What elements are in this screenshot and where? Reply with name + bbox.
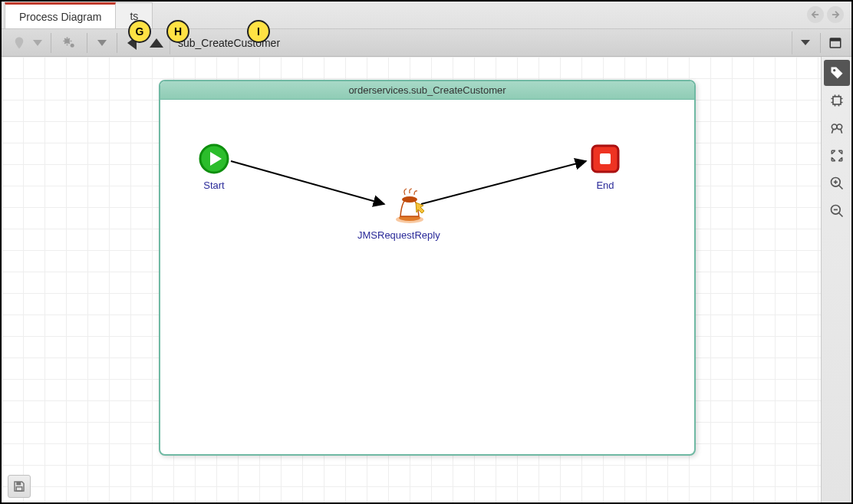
svg-rect-20	[16, 487, 22, 491]
annotation-i: I	[247, 20, 270, 43]
zoom-in-tool[interactable]	[824, 170, 850, 196]
triangle-down-icon	[97, 40, 107, 46]
find-tool[interactable]	[824, 115, 850, 141]
node-start[interactable]: Start	[197, 142, 231, 191]
svg-point-1	[71, 43, 74, 47]
collapse-down-button[interactable]	[91, 31, 114, 54]
canvas-area[interactable]: orderservices.sub_CreateCustomer Start	[2, 57, 821, 502]
save-button[interactable]	[8, 475, 31, 498]
svg-line-4	[231, 161, 384, 204]
tab-process-diagram[interactable]: Process Diagram	[5, 2, 116, 28]
annotation-h: H	[166, 20, 189, 43]
diagram-title: orderservices.sub_CreateCustomer	[160, 81, 694, 100]
triangle-up-icon	[150, 38, 163, 48]
diagram-panel: orderservices.sub_CreateCustomer Start	[159, 80, 696, 456]
svg-point-15	[832, 124, 837, 130]
node-label: End	[588, 180, 622, 191]
side-tool-strip	[821, 57, 851, 502]
node-jms-request-reply[interactable]: JMSRequestReply	[379, 186, 440, 241]
svg-rect-19	[16, 482, 21, 486]
gears-button[interactable]	[58, 31, 81, 54]
diagram-body[interactable]: Start JMSRequestReply	[160, 100, 694, 454]
annotation-g: G	[128, 20, 151, 43]
nav-back-button[interactable]	[807, 6, 824, 23]
breadcrumb-dropdown[interactable]	[794, 31, 817, 54]
separator	[51, 33, 51, 53]
play-icon	[197, 142, 231, 176]
svg-rect-3	[830, 38, 841, 41]
svg-point-13	[833, 69, 835, 71]
annotation-label: I	[257, 25, 260, 38]
separator	[87, 33, 87, 53]
marker-button[interactable]	[8, 31, 31, 54]
stop-icon	[588, 142, 622, 176]
separator	[820, 33, 821, 53]
annotation-label: H	[174, 25, 182, 38]
svg-rect-14	[833, 97, 841, 104]
svg-line-5	[421, 161, 586, 204]
nav-forward-button[interactable]	[827, 6, 844, 23]
separator	[117, 33, 117, 53]
tag-tool[interactable]	[824, 60, 850, 86]
tab-label: Process Diagram	[19, 11, 101, 23]
svg-point-10	[402, 196, 417, 203]
zoom-out-tool[interactable]	[824, 198, 850, 224]
jms-icon	[390, 186, 430, 226]
marker-dropdown[interactable]	[31, 31, 44, 54]
chevron-down-icon	[801, 40, 810, 45]
node-label: Start	[197, 180, 231, 191]
window-mode-button[interactable]	[824, 31, 847, 54]
fit-tool[interactable]	[824, 143, 850, 169]
svg-point-16	[837, 124, 842, 130]
chevron-down-icon	[33, 40, 42, 46]
node-label: JMSRequestReply	[357, 229, 440, 241]
node-end[interactable]: End	[588, 142, 622, 191]
annotation-label: G	[136, 25, 144, 38]
svg-rect-12	[600, 153, 611, 164]
floppy-disk-icon	[12, 479, 26, 493]
chip-tool[interactable]	[824, 87, 850, 114]
